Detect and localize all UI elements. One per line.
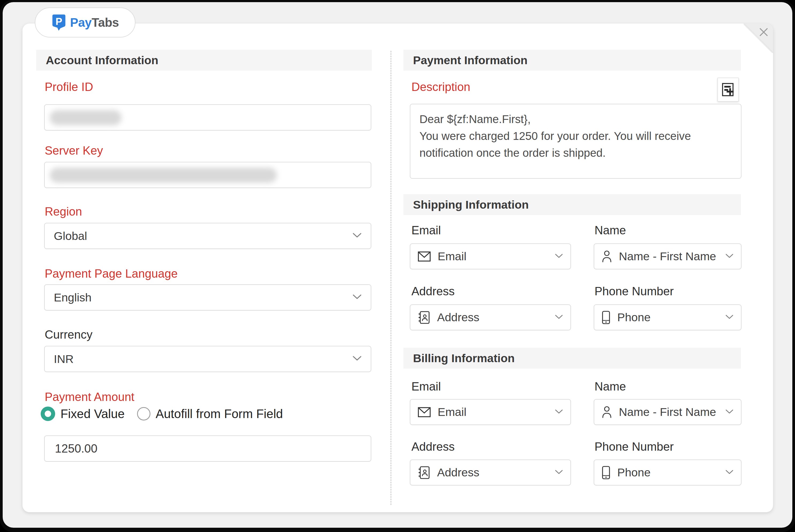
chevron-down-icon <box>353 356 362 362</box>
fixed-value-radio[interactable] <box>41 406 55 421</box>
email-icon <box>418 251 431 262</box>
shipping-name-select[interactable]: Name - First Name <box>594 243 741 269</box>
shipping-address-value: Address <box>437 311 479 324</box>
chevron-down-icon <box>555 253 563 260</box>
description-text: Dear ${zf:Name.First}, You were charged … <box>420 111 701 161</box>
paytabs-logo-text: PayTabs <box>70 15 119 30</box>
profile-id-redacted-value <box>50 110 122 125</box>
paytabs-integration-dialog: P PayTabs Account Information Profile ID… <box>0 0 795 532</box>
paytabs-shield-icon: P <box>51 14 67 31</box>
currency-selected-value: INR <box>54 353 74 366</box>
payment-amount-value: 1250.00 <box>45 442 97 455</box>
autofill-radio[interactable] <box>137 407 150 420</box>
person-icon <box>602 250 612 263</box>
chevron-down-icon <box>555 409 563 415</box>
profile-id-label: Profile ID <box>45 80 93 94</box>
paytabs-logo-tab: P PayTabs <box>35 7 135 37</box>
description-textarea[interactable]: Dear ${zf:Name.First}, You were charged … <box>410 104 741 179</box>
billing-email-value: Email <box>438 405 466 419</box>
payment-amount-input[interactable]: 1250.00 <box>44 435 371 462</box>
billing-phone-select[interactable]: Phone <box>594 459 741 486</box>
language-selected-value: English <box>54 291 92 304</box>
insert-field-icon <box>722 83 735 97</box>
chevron-down-icon <box>555 315 563 320</box>
shipping-address-select[interactable]: Address <box>410 304 571 330</box>
fixed-value-radio-label[interactable]: Fixed Value <box>60 406 125 421</box>
server-key-label: Server Key <box>45 144 103 157</box>
shipping-email-value: Email <box>438 250 466 263</box>
payment-information-header: Payment Information <box>403 50 741 71</box>
shipping-information-header: Shipping Information <box>403 194 741 215</box>
billing-name-label: Name <box>594 380 626 393</box>
phone-icon <box>602 311 610 324</box>
chevron-down-icon <box>725 253 734 260</box>
payment-amount-label: Payment Amount <box>45 390 134 404</box>
region-selected-value: Global <box>54 229 87 243</box>
shipping-address-label: Address <box>411 285 455 298</box>
payment-page-language-select[interactable]: English <box>44 284 371 310</box>
person-icon <box>602 406 612 418</box>
payment-amount-radio-group: Fixed Value Autofill from Form Field <box>41 406 295 421</box>
currency-label: Currency <box>45 328 93 341</box>
shipping-email-select[interactable]: Email <box>410 243 571 269</box>
description-label: Description <box>411 80 470 94</box>
shipping-name-label: Name <box>594 224 626 237</box>
email-icon <box>418 407 431 417</box>
billing-information-header: Billing Information <box>403 348 741 368</box>
shipping-name-value: Name - First Name <box>619 250 716 263</box>
shipping-phone-select[interactable]: Phone <box>594 304 741 330</box>
chevron-down-icon <box>555 470 563 476</box>
column-divider <box>390 51 391 505</box>
billing-name-select[interactable]: Name - First Name <box>594 399 741 425</box>
phone-icon <box>602 466 610 479</box>
billing-email-select[interactable]: Email <box>410 399 571 425</box>
address-book-icon <box>418 466 430 479</box>
billing-address-select[interactable]: Address <box>410 459 571 486</box>
billing-email-label: Email <box>411 380 441 393</box>
billing-phone-value: Phone <box>617 466 650 479</box>
svg-text:P: P <box>55 16 62 27</box>
chevron-down-icon <box>725 409 734 415</box>
chevron-down-icon <box>725 315 734 320</box>
close-icon <box>758 27 769 37</box>
payment-page-language-label: Payment Page Language <box>45 267 178 280</box>
close-button[interactable] <box>756 25 772 40</box>
billing-address-value: Address <box>437 466 479 479</box>
shipping-email-label: Email <box>411 224 441 237</box>
region-label: Region <box>45 205 82 218</box>
billing-address-label: Address <box>411 440 455 453</box>
address-book-icon <box>418 311 430 324</box>
account-information-header: Account Information <box>36 50 372 71</box>
autofill-radio-label[interactable]: Autofill from Form Field <box>156 406 283 421</box>
shipping-phone-label: Phone Number <box>594 285 674 298</box>
server-key-redacted-value <box>50 168 277 183</box>
currency-select[interactable]: INR <box>44 346 371 372</box>
region-select[interactable]: Global <box>44 223 371 249</box>
chevron-down-icon <box>353 294 362 301</box>
billing-name-value: Name - First Name <box>619 405 716 419</box>
chevron-down-icon <box>353 233 362 239</box>
billing-phone-label: Phone Number <box>594 440 674 453</box>
chevron-down-icon <box>725 470 734 476</box>
insert-field-button[interactable] <box>717 78 739 102</box>
shipping-phone-value: Phone <box>617 311 650 324</box>
